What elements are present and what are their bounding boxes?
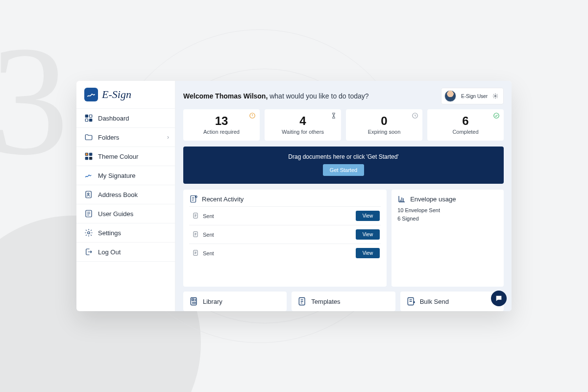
svg-rect-5	[90, 153, 92, 155]
usage-sent: 10 Envelope Sent	[397, 206, 498, 215]
addressbook-icon	[84, 190, 93, 199]
library-card[interactable]: Library	[183, 292, 287, 311]
brand-logo	[84, 88, 98, 101]
svg-point-15	[494, 113, 499, 119]
stat-action-required[interactable]: 13 Action required	[183, 109, 260, 141]
card-label: Library	[203, 298, 222, 305]
logout-icon	[84, 247, 93, 256]
user-label: E-Sign User	[461, 94, 488, 99]
stat-expiring[interactable]: 0 Expiring soon	[346, 109, 422, 141]
app-window: E-Sign Dashboard Folders › Theme Colour …	[76, 81, 512, 311]
settings-icon	[84, 228, 93, 237]
stats-row: 13 Action required 4 Waiting for others …	[175, 109, 512, 141]
templates-card[interactable]: Templates	[292, 292, 395, 311]
stat-value: 6	[432, 114, 499, 128]
bottom-cards: Library Templates Bulk Send	[175, 287, 512, 311]
get-started-button[interactable]: Get Started	[323, 164, 364, 176]
stat-value: 4	[270, 114, 336, 128]
card-header: Recent Activity	[189, 195, 381, 203]
sidebar-item-label: My Signature	[98, 172, 136, 179]
sidebar-item-addressbook[interactable]: Address Book	[76, 185, 175, 204]
activity-icon	[189, 195, 198, 203]
welcome-name: Welcome Thomas Wilson,	[183, 92, 268, 100]
sidebar-item-signature[interactable]: My Signature	[76, 166, 175, 185]
svg-rect-4	[85, 153, 88, 155]
svg-rect-1	[90, 115, 92, 117]
svg-rect-0	[85, 115, 88, 117]
welcome-rest: what would you like to do today?	[268, 92, 368, 100]
sidebar-item-settings[interactable]: Settings	[76, 223, 175, 243]
view-button[interactable]: View	[356, 211, 380, 221]
bulksend-card[interactable]: Bulk Send	[400, 292, 504, 311]
sidebar-item-label: Settings	[98, 229, 121, 237]
activity-status: Sent	[203, 213, 214, 219]
welcome-text: Welcome Thomas Wilson, what would you li…	[183, 92, 369, 100]
brand-name: E-Sign	[102, 88, 131, 101]
svg-rect-6	[85, 157, 88, 160]
sidebar: E-Sign Dashboard Folders › Theme Colour …	[76, 81, 175, 311]
stat-label: Action required	[188, 129, 255, 135]
sidebar-item-guides[interactable]: User Guides	[76, 204, 175, 223]
svg-point-9	[88, 193, 89, 195]
stat-value: 0	[351, 114, 417, 128]
chat-fab[interactable]	[491, 291, 507, 306]
dashboard-icon	[84, 114, 93, 122]
recent-activity-card: Recent Activity Sent View Sent	[183, 190, 387, 287]
activity-status: Sent	[203, 232, 214, 238]
view-button[interactable]: View	[356, 229, 380, 240]
stat-label: Completed	[432, 129, 499, 135]
stat-value: 13	[188, 114, 255, 128]
view-button[interactable]: View	[356, 248, 380, 258]
card-label: Bulk Send	[420, 298, 449, 305]
header: Welcome Thomas Wilson, what would you li…	[175, 81, 512, 109]
document-icon	[192, 212, 199, 220]
sidebar-item-label: Folders	[98, 134, 119, 141]
brand: E-Sign	[76, 81, 175, 105]
usage-signed: 6 Signed	[397, 215, 498, 223]
chevron-right-icon: ›	[167, 134, 169, 141]
sidebar-item-label: Theme Colour	[98, 153, 138, 160]
sidebar-item-folders[interactable]: Folders ›	[76, 128, 175, 147]
svg-rect-2	[85, 119, 88, 122]
bg-numeral: 3	[0, 22, 69, 179]
bulksend-icon	[406, 296, 416, 306]
stat-label: Expiring soon	[351, 129, 417, 135]
user-menu[interactable]: E-Sign User	[441, 88, 504, 104]
svg-rect-22	[192, 299, 194, 300]
gear-icon	[492, 93, 498, 99]
avatar	[444, 90, 456, 102]
svg-rect-3	[90, 119, 92, 122]
envelope-usage-card: Envelope usage 10 Envelope Sent 6 Signed	[392, 190, 504, 287]
document-icon	[192, 249, 199, 257]
stat-completed[interactable]: 6 Completed	[427, 109, 504, 141]
chart-icon	[397, 195, 406, 203]
sidebar-item-label: User Guides	[98, 210, 133, 218]
activity-list: Sent View Sent View Se	[189, 206, 381, 282]
stat-waiting[interactable]: 4 Waiting for others	[265, 109, 341, 141]
main: Welcome Thomas Wilson, what would you li…	[175, 81, 512, 311]
document-icon	[192, 231, 199, 239]
dropzone[interactable]: Drag documents here or click 'Get Starte…	[183, 147, 504, 184]
svg-point-11	[88, 232, 90, 234]
svg-point-17	[195, 196, 197, 198]
sidebar-item-label: Address Book	[98, 191, 138, 198]
templates-icon	[297, 296, 307, 306]
palette-icon	[84, 152, 93, 161]
clock-icon	[412, 112, 418, 119]
sidebar-item-logout[interactable]: Log Out	[76, 243, 175, 262]
card-title: Recent Activity	[202, 196, 244, 203]
svg-rect-7	[90, 157, 92, 160]
activity-item: Sent View	[189, 244, 381, 262]
sidebar-item-label: Log Out	[98, 248, 121, 256]
activity-item: Sent View	[189, 225, 381, 244]
sidebar-item-dashboard[interactable]: Dashboard	[76, 108, 175, 128]
sidebar-item-theme[interactable]: Theme Colour	[76, 147, 175, 166]
dropzone-text: Drag documents here or click 'Get Starte…	[188, 153, 499, 160]
folder-icon	[84, 133, 93, 142]
activity-status: Sent	[203, 250, 214, 256]
card-title: Envelope usage	[410, 196, 456, 203]
sidebar-nav: Dashboard Folders › Theme Colour My Sign…	[76, 108, 175, 262]
card-header: Envelope usage	[397, 195, 498, 203]
sidebar-item-label: Dashboard	[98, 115, 129, 122]
card-label: Templates	[311, 298, 340, 305]
